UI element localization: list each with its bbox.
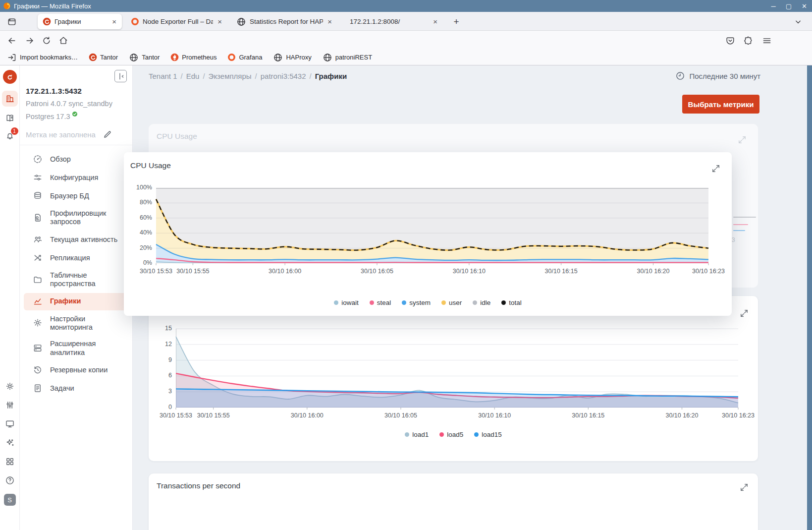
bookmark-item[interactable]: Import bookmarks… — [7, 53, 78, 62]
legend-label: total — [509, 299, 522, 306]
sidebar-item-profiler[interactable]: Профилировщик запросов — [24, 206, 128, 230]
bookmark-item[interactable]: Tantor — [129, 53, 160, 62]
new-tab-button[interactable]: + — [450, 15, 463, 28]
legend-dot — [370, 300, 374, 305]
time-range-selector[interactable]: Последние 30 минут — [675, 71, 760, 81]
breadcrumb-item[interactable]: Экземпляры — [209, 72, 252, 80]
legend-item-load5[interactable]: load5 — [439, 431, 463, 438]
browser-tab[interactable]: 172.21.1.2:8008/× — [341, 14, 443, 29]
sidebar-item-charts[interactable]: Графики — [24, 293, 128, 310]
legend-item-steal[interactable]: steal — [370, 299, 391, 306]
building-icon — [2, 91, 18, 107]
bookmark-item[interactable]: Prometheus — [170, 53, 217, 61]
bookmark-item[interactable]: patroniREST — [323, 53, 372, 62]
sparkles-icon[interactable] — [5, 438, 15, 448]
monitor-icon[interactable] — [5, 419, 15, 429]
legend-label: user — [449, 299, 462, 306]
bookmark-item[interactable]: Grafana — [227, 53, 262, 61]
x-axis-label: 30/10 16:05 — [361, 268, 393, 275]
sidebar-item-monitoring[interactable]: Настройки мониторинга — [24, 311, 128, 336]
x-axis-label: 30/10 15:55 — [197, 412, 230, 419]
sidebar-item-backup[interactable]: Резервные копии — [24, 361, 128, 379]
pocket-icon[interactable] — [724, 34, 737, 47]
cpu-usage-chart[interactable] — [156, 188, 708, 263]
bookmarks-bar: Import bookmarks…TantorTantorPrometheusG… — [0, 50, 812, 65]
back-button[interactable] — [5, 34, 18, 47]
expand-icon[interactable] — [737, 135, 747, 144]
minimize-button[interactable]: ─ — [771, 2, 776, 10]
sidebar-item-config[interactable]: Конфигурация — [24, 169, 128, 186]
reload-button[interactable] — [40, 34, 53, 47]
edit-pencil-icon[interactable] — [103, 129, 112, 139]
sidebar-item-analytics[interactable]: Расширенная аналитика — [24, 336, 128, 360]
browser-tab[interactable]: Графики× — [38, 14, 122, 29]
expand-icon[interactable] — [739, 308, 749, 318]
clock-icon — [675, 71, 685, 81]
help-icon[interactable] — [5, 475, 15, 485]
tab-close-button[interactable]: × — [326, 17, 333, 26]
breadcrumb-item[interactable]: patroni3:5432 — [261, 72, 306, 80]
sidebar-item-database[interactable]: Браузер БД — [24, 187, 128, 205]
y-axis-label: 0% — [126, 259, 152, 266]
legend-item-idle[interactable]: idle — [473, 299, 490, 306]
legend-item-user[interactable]: user — [441, 299, 462, 306]
load-average-chart[interactable] — [176, 329, 738, 408]
breadcrumb-item[interactable]: Edu — [186, 72, 200, 80]
extensions-puzzle-icon[interactable] — [742, 34, 755, 47]
tab-close-button[interactable]: × — [110, 17, 118, 26]
maximize-button[interactable]: ▢ — [786, 2, 792, 10]
forward-button[interactable] — [23, 34, 36, 47]
page-scrollbar[interactable] — [807, 65, 812, 530]
sidebar-item-label: Задачи — [50, 384, 74, 393]
list-all-tabs-icon[interactable] — [793, 17, 803, 27]
legend-item-load15[interactable]: load15 — [474, 431, 502, 438]
tantor-logo-icon[interactable] — [3, 70, 17, 84]
browser-tab[interactable]: Statistics Report for HAPro× — [231, 14, 337, 29]
sidebar-item-activity[interactable]: Текущая активность — [24, 231, 128, 248]
sidebar-item-label: Конфигурация — [50, 174, 98, 182]
home-button[interactable] — [57, 34, 70, 47]
sidebar-collapse-button[interactable] — [114, 70, 127, 82]
breadcrumb-item[interactable]: Tenant 1 — [149, 72, 177, 80]
breadcrumb-item[interactable]: Графики — [315, 72, 347, 80]
sidebar-item-tasks[interactable]: Задачи — [24, 380, 128, 397]
expand-icon[interactable] — [711, 164, 720, 173]
book-icon[interactable] — [5, 113, 15, 123]
menu-hamburger-icon[interactable] — [760, 34, 773, 47]
bookmark-label: Tantor — [100, 54, 118, 61]
breadcrumb-separator: / — [255, 72, 257, 80]
grid-icon[interactable] — [5, 457, 15, 467]
legend-item-iowait[interactable]: iowait — [334, 299, 359, 306]
legend-label: load5 — [447, 431, 463, 438]
bell-icon[interactable]: 1 — [5, 131, 15, 141]
user-avatar[interactable]: S — [4, 494, 16, 506]
x-axis-label: 30/10 16:23 — [692, 268, 725, 275]
bookmark-label: HAProxy — [286, 54, 311, 61]
select-metrics-button[interactable]: Выбрать метрики — [682, 95, 759, 114]
sidebar-item-replication[interactable]: Репликация — [24, 249, 128, 267]
icon-rail: 1S — [0, 65, 20, 530]
sidebar-item-overview[interactable]: Обзор — [24, 151, 128, 168]
bookmark-item[interactable]: Tantor — [89, 53, 118, 61]
legend-item-total[interactable]: total — [501, 299, 522, 306]
window-title: Графики — Mozilla Firefox — [14, 2, 91, 10]
sidebar-item-label: Обзор — [50, 155, 71, 164]
legend-label: steal — [377, 299, 391, 306]
gear-icon[interactable] — [5, 381, 15, 391]
sidebar-item-tablespace[interactable]: Табличные пространства — [24, 268, 128, 292]
tab-close-button[interactable]: × — [216, 17, 223, 26]
close-button[interactable]: ✕ — [802, 2, 807, 10]
x-axis-label: 30/10 16:00 — [291, 412, 324, 419]
instance-label-placeholder: Метка не заполнена — [26, 130, 96, 139]
legend-item-system[interactable]: system — [402, 299, 431, 306]
legend-item-load1[interactable]: load1 — [405, 431, 429, 438]
tab-label: Statistics Report for HAPro — [250, 18, 323, 25]
bookmark-item[interactable]: HAProxy — [273, 53, 311, 62]
tab-close-button[interactable]: × — [432, 17, 439, 26]
sliders-v-icon[interactable] — [5, 400, 15, 410]
y-axis-label: 6 — [146, 372, 172, 379]
building-icon[interactable] — [2, 91, 18, 107]
firefox-view-button[interactable] — [5, 15, 19, 28]
browser-tab[interactable]: Node Exporter Full – Dash× — [126, 14, 227, 29]
expand-icon[interactable] — [739, 482, 749, 492]
